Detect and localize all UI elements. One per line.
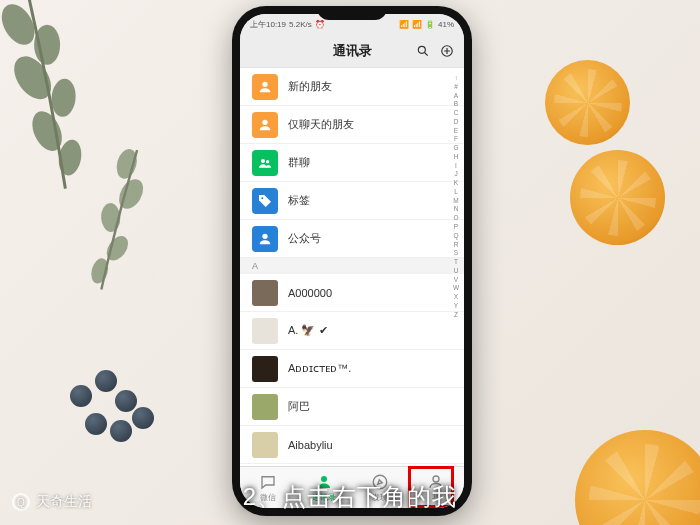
row-label: 群聊 [288, 155, 310, 170]
user-icon [252, 112, 278, 138]
contact-row[interactable]: A000000 [240, 274, 464, 312]
svg-point-13 [262, 81, 267, 86]
row-label: 标签 [288, 193, 310, 208]
contact-row[interactable]: Aibabyliu [240, 426, 464, 464]
contact-name: 阿巴 [288, 399, 310, 414]
page-title: 通讯录 [333, 42, 372, 60]
svg-point-14 [262, 119, 267, 124]
svg-point-3 [50, 78, 77, 118]
section-header-a: A [240, 258, 464, 274]
user-icon [252, 74, 278, 100]
svg-point-16 [266, 160, 269, 163]
phone-screen: 上午10:19 5.2K/s ⏰ 📶 📶 🔋 41% 通讯录 [240, 14, 464, 508]
decor-orange-slice-1 [545, 60, 630, 145]
svg-point-11 [418, 46, 425, 53]
contact-name: A. 🦅 ✔ [288, 324, 328, 337]
avatar [252, 318, 278, 344]
contacts-list[interactable]: 新的朋友 仅聊天的朋友 群聊 标签 公众号 [240, 68, 464, 466]
row-chat-only[interactable]: 仅聊天的朋友 [240, 106, 464, 144]
avatar [252, 394, 278, 420]
row-label: 仅聊天的朋友 [288, 117, 354, 132]
contact-row[interactable]: A. 🦅 ✔ [240, 312, 464, 350]
avatar [252, 280, 278, 306]
status-battery: 41% [438, 20, 454, 29]
wifi-icon: 📶 [412, 20, 422, 29]
status-time: 上午10:19 [250, 19, 286, 30]
alpha-index-bar[interactable]: ↑# AB CD EF GH IJ KL MN OP QR ST UV WX Y… [450, 70, 462, 464]
row-new-friends[interactable]: 新的朋友 [240, 68, 464, 106]
svg-point-15 [261, 159, 265, 163]
contact-name: A000000 [288, 287, 332, 299]
row-label: 新的朋友 [288, 79, 332, 94]
avatar [252, 432, 278, 458]
search-icon[interactable] [416, 44, 430, 58]
contact-row[interactable]: 阿良 [240, 464, 464, 466]
svg-point-7 [114, 175, 148, 213]
row-official[interactable]: 公众号 [240, 220, 464, 258]
signal-icon: 📶 [399, 20, 409, 29]
tutorial-caption: 2、点击右下角的我 [0, 481, 700, 513]
user-icon [252, 226, 278, 252]
avatar [252, 356, 278, 382]
decor-berries [60, 365, 180, 485]
decor-orange-slice-2 [570, 150, 665, 245]
nav-bar: 通讯录 [240, 34, 464, 68]
row-group-chat[interactable]: 群聊 [240, 144, 464, 182]
group-icon [252, 150, 278, 176]
add-icon[interactable] [440, 44, 454, 58]
contact-row[interactable]: Aᴅᴅɪᴄᴛᴇᴅ™. [240, 350, 464, 388]
battery-icon: 🔋 [425, 20, 435, 29]
contact-name: Aibabyliu [288, 439, 333, 451]
row-label: 公众号 [288, 231, 321, 246]
tag-icon [252, 188, 278, 214]
status-net: 5.2K/s [289, 20, 312, 29]
svg-point-17 [261, 197, 263, 199]
contact-name: Aᴅᴅɪᴄᴛᴇᴅ™. [288, 362, 351, 375]
row-tags[interactable]: 标签 [240, 182, 464, 220]
svg-point-9 [102, 232, 132, 264]
phone-notch [317, 6, 387, 20]
alarm-icon: ⏰ [315, 20, 325, 29]
svg-point-18 [262, 233, 267, 238]
phone-frame: 上午10:19 5.2K/s ⏰ 📶 📶 🔋 41% 通讯录 [232, 6, 472, 516]
contact-row[interactable]: 阿巴 [240, 388, 464, 426]
